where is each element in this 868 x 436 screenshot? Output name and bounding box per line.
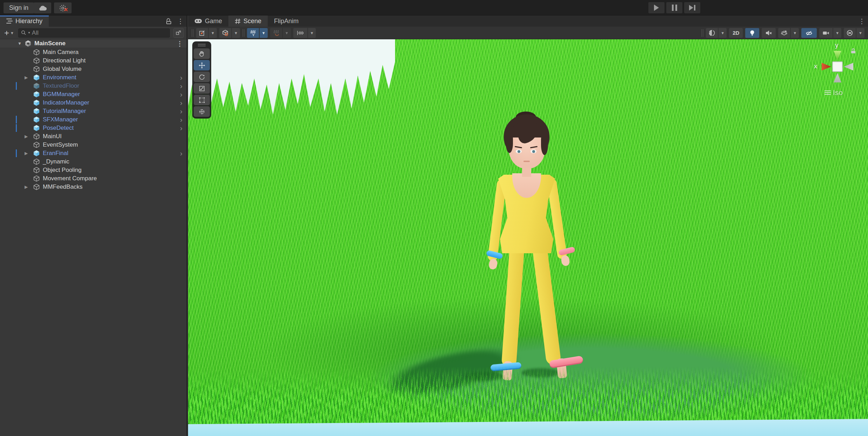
gizmo-y-cone[interactable] xyxy=(834,51,841,60)
pause-button[interactable] xyxy=(666,2,682,13)
cloud-services-button[interactable] xyxy=(34,2,51,13)
view-hand-tool-button[interactable] xyxy=(194,48,210,59)
add-gameobject-button[interactable]: + ▼ xyxy=(3,29,15,37)
step-button[interactable] xyxy=(684,2,700,13)
camera-settings-caret[interactable]: ▼ xyxy=(833,28,841,38)
hierarchy-row[interactable]: ▶ MainUI › xyxy=(0,132,187,141)
hierarchy-row[interactable]: ▶ PoseDetect › xyxy=(0,124,187,132)
scene-menu-icon[interactable]: ⋮ xyxy=(176,40,183,47)
shaded-sphere-icon xyxy=(708,29,715,36)
tab-game[interactable]: Game xyxy=(188,15,228,27)
orientation-gizmo[interactable]: y x Iso xyxy=(815,42,860,98)
play-button[interactable] xyxy=(648,2,665,13)
hierarchy-row[interactable]: ▶ Environment › xyxy=(0,73,187,82)
tool-handle-position-caret[interactable]: ▼ xyxy=(209,28,217,38)
audio-toggle-button[interactable] xyxy=(762,28,776,38)
search-filter-caret-icon[interactable]: ▼ xyxy=(28,31,31,34)
2d-toggle-button[interactable]: 2D xyxy=(729,28,743,38)
foldout-arrow-icon[interactable]: ▶ xyxy=(25,185,28,189)
sign-in-button[interactable]: Sign in xyxy=(4,2,34,13)
scale-tool-button[interactable] xyxy=(194,83,210,94)
overlay-drag-handle[interactable] xyxy=(198,44,206,46)
grid-visibility-button[interactable]: Y xyxy=(247,28,259,38)
gizmo-x-label[interactable]: x xyxy=(814,62,817,70)
eye-hidden-icon xyxy=(805,29,813,36)
scene-viewport[interactable]: y x Iso xyxy=(188,39,868,436)
hierarchy-row[interactable]: ▶ SFXManager › xyxy=(0,115,187,124)
hierarchy-row[interactable]: ▶ Movement Compare › xyxy=(0,174,187,183)
tool-handle-rotation-button[interactable] xyxy=(219,28,231,38)
snap-toggle-caret[interactable]: ▼ xyxy=(283,28,291,38)
gizmo-x-cone[interactable] xyxy=(822,63,831,71)
hierarchy-row[interactable]: ▶ BGMManager › xyxy=(0,90,187,99)
hierarchy-row[interactable]: ▶ IndicatorManager › xyxy=(0,99,187,107)
toolbar-grip-icon[interactable] xyxy=(192,29,194,37)
rotate-tool-button[interactable] xyxy=(194,72,210,82)
foldout-arrow-icon[interactable]: ▶ xyxy=(25,134,28,139)
scene-panel: Game Scene FlipAnim ⋮ xyxy=(188,15,868,436)
toolbar-grip-icon[interactable] xyxy=(242,29,245,37)
tool-handle-rotation-caret[interactable]: ▼ xyxy=(232,28,240,38)
effects-toggle-button[interactable] xyxy=(778,28,790,38)
effects-caret[interactable]: ▼ xyxy=(791,28,799,38)
collab-button[interactable]: ✕ xyxy=(54,2,72,13)
move-tool-button[interactable] xyxy=(194,60,210,71)
lightbulb-icon xyxy=(749,29,756,36)
expand-children-icon[interactable]: › xyxy=(180,124,182,132)
search-icon xyxy=(21,30,26,35)
toolbar-grip-icon[interactable] xyxy=(701,29,703,37)
hierarchy-search-field[interactable]: ▼ xyxy=(18,28,170,38)
scene-view-menu-icon[interactable]: ⋮ xyxy=(859,18,865,25)
search-input[interactable] xyxy=(32,29,167,36)
foldout-open-icon[interactable]: ▼ xyxy=(18,41,22,46)
tab-scene[interactable]: Scene xyxy=(228,15,268,27)
tab-flipanim[interactable]: FlipAnim xyxy=(268,15,305,27)
snap-increment-button[interactable] xyxy=(293,28,307,38)
expand-children-icon[interactable]: › xyxy=(180,90,182,99)
foldout-arrow-icon[interactable]: ▶ xyxy=(25,75,28,80)
scene-header-row[interactable]: ▼ MainScene ⋮ xyxy=(0,39,187,48)
gizmo-y-label[interactable]: y xyxy=(835,41,839,49)
gizmo-right-cone[interactable] xyxy=(844,63,853,71)
snap-increment-caret[interactable]: ▼ xyxy=(308,28,316,38)
gizmo-projection-toggle[interactable]: Iso xyxy=(824,88,843,97)
snap-toggle-button[interactable] xyxy=(270,28,282,38)
hierarchy-row[interactable]: ▶ Main Camera › xyxy=(0,48,187,56)
foldout-arrow-icon[interactable]: ▶ xyxy=(25,151,28,156)
expand-children-icon[interactable]: › xyxy=(180,73,182,82)
hierarchy-row[interactable]: ▶ Directional Light › xyxy=(0,56,187,65)
gizmo-center-cube[interactable] xyxy=(832,61,843,72)
gizmos-button[interactable] xyxy=(844,28,856,38)
open-in-window-button[interactable] xyxy=(173,28,184,38)
expand-children-icon[interactable]: › xyxy=(180,149,182,157)
hierarchy-row[interactable]: ▶ EventSystem › xyxy=(0,141,187,149)
camera-settings-button[interactable] xyxy=(819,28,833,38)
hierarchy-row[interactable]: ▶ TexturedFloor › xyxy=(0,82,187,90)
scene-lighting-button[interactable] xyxy=(745,28,759,38)
character-model[interactable] xyxy=(479,113,585,404)
expand-children-icon[interactable]: › xyxy=(180,115,182,124)
scene-visibility-button[interactable] xyxy=(801,28,817,38)
scene-grid-icon xyxy=(235,18,241,24)
expand-children-icon[interactable]: › xyxy=(180,99,182,107)
hierarchy-row[interactable]: ▶ Object Pooling › xyxy=(0,166,187,174)
rect-tool-button[interactable] xyxy=(194,95,210,105)
tool-handle-position-button[interactable] xyxy=(196,28,208,38)
expand-children-icon[interactable]: › xyxy=(180,107,182,115)
tab-hierarchy[interactable]: Hierarchy xyxy=(0,15,49,27)
expand-children-icon[interactable]: › xyxy=(180,82,182,90)
hierarchy-menu-icon[interactable]: ⋮ xyxy=(177,18,184,25)
hierarchy-row[interactable]: ▶ _Dynamic › xyxy=(0,157,187,166)
hierarchy-row[interactable]: ▶ Global Volume › xyxy=(0,65,187,73)
hierarchy-row[interactable]: ▶ EranFinal › xyxy=(0,149,187,157)
gizmos-caret[interactable]: ▼ xyxy=(856,28,864,38)
transform-tool-button[interactable] xyxy=(194,106,210,117)
grid-visibility-caret[interactable]: ▼ xyxy=(260,28,268,38)
gizmo-bottom-cone[interactable] xyxy=(834,73,841,82)
hierarchy-row[interactable]: ▶ MMFeedBacks › xyxy=(0,183,187,191)
hierarchy-row[interactable]: ▶ TutorialManager › xyxy=(0,107,187,115)
unlock-icon[interactable] xyxy=(166,18,172,24)
shading-mode-button[interactable] xyxy=(706,28,718,38)
gizmo-lock-icon[interactable] xyxy=(851,48,856,53)
shading-mode-caret[interactable]: ▼ xyxy=(719,28,727,38)
